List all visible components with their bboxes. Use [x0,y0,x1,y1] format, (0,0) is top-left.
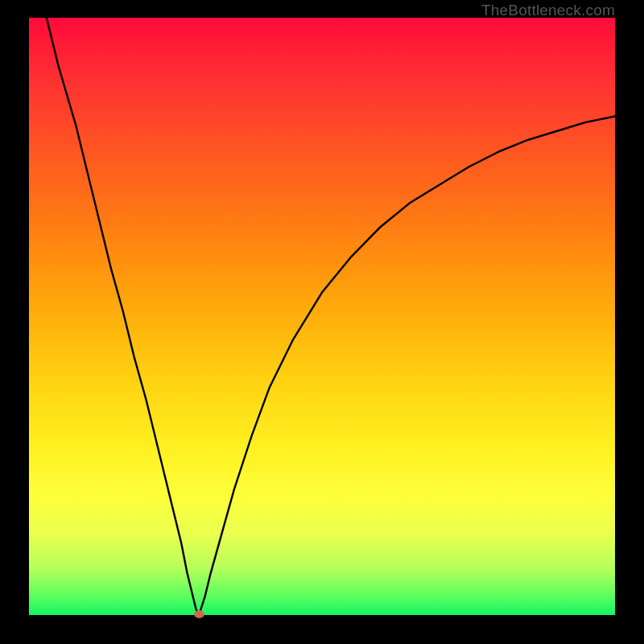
bottleneck-curve [47,18,615,615]
minimum-marker [194,610,204,618]
watermark-text: TheBottleneck.com [481,2,615,19]
curve-svg [29,18,615,615]
chart-frame: TheBottleneck.com [0,0,644,644]
plot-area [29,18,615,615]
